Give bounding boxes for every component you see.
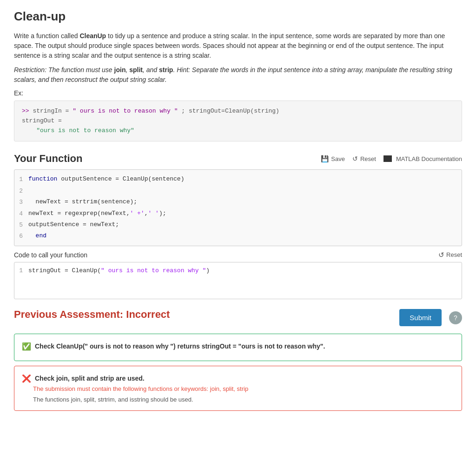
editor-line-6: 6 end bbox=[14, 230, 462, 242]
assessment-actions: Previous Assessment: Incorrect Submit ? bbox=[14, 309, 462, 327]
check-subtext-2: The submission must contain the followin… bbox=[33, 385, 454, 392]
toolbar: 💾 Save ↺ Reset MATLAB Documentation bbox=[321, 155, 462, 162]
editor-line-2: 2 bbox=[14, 185, 462, 196]
line-num-3: 3 bbox=[14, 196, 28, 208]
example-line3: "ours is not to reason why" bbox=[22, 126, 454, 136]
call-line-content: stringOut = CleanUp(" ours is not to rea… bbox=[28, 267, 210, 274]
code-call-label: Code to call your function bbox=[14, 251, 87, 259]
check-card-2: ❌ Check join, split and strip are used. … bbox=[14, 366, 462, 411]
line-num-2: 2 bbox=[14, 185, 28, 196]
matlab-docs-button[interactable]: MATLAB Documentation bbox=[383, 155, 462, 162]
line-num-5: 5 bbox=[14, 219, 28, 230]
restriction-and: , and bbox=[143, 66, 159, 74]
restriction-strip: strip bbox=[159, 66, 173, 74]
check-header-1: ✅ Check CleanUp(" ours is not to reason … bbox=[22, 342, 454, 351]
restriction-join: join bbox=[114, 66, 126, 74]
reset-label: Reset bbox=[360, 155, 376, 162]
line-content-5: outputSentence = newText; bbox=[28, 219, 462, 230]
line-content-3: newText = strtrim(sentence); bbox=[28, 196, 462, 208]
ex-label: Ex: bbox=[14, 89, 462, 97]
reset-icon: ↺ bbox=[352, 155, 358, 162]
call-line-1: 1 stringOut = CleanUp(" ours is not to r… bbox=[14, 267, 462, 274]
description-bold: CleanUp bbox=[79, 32, 106, 40]
check-text-1: Check CleanUp(" ours is not to reason wh… bbox=[35, 342, 325, 351]
function-editor[interactable]: 1 function outputSentence = CleanUp(sent… bbox=[14, 169, 462, 246]
restriction-prefix: Restriction: bbox=[14, 66, 46, 74]
reset-call-button[interactable]: ↺ Reset bbox=[438, 251, 462, 259]
description-paragraph: Write a function called CleanUp to tidy … bbox=[14, 31, 462, 60]
call-code-block[interactable]: 1 stringOut = CleanUp(" ours is not to r… bbox=[14, 262, 462, 299]
example-line1: >> stringIn = " ours is not to reason wh… bbox=[22, 107, 454, 116]
code-call-header: Code to call your function ↺ Reset bbox=[14, 251, 462, 259]
matlab-icon bbox=[383, 155, 392, 162]
editor-line-3: 3 newText = strtrim(sentence); bbox=[14, 196, 462, 208]
line-num-4: 4 bbox=[14, 208, 28, 219]
editor-line-1: 1 function outputSentence = CleanUp(sent… bbox=[14, 174, 462, 185]
your-function-header: Your Function 💾 Save ↺ Reset MATLAB Docu… bbox=[14, 153, 462, 165]
restriction-text: The function must use bbox=[46, 66, 114, 74]
line-content-6: end bbox=[28, 230, 462, 242]
submit-area: Submit ? bbox=[399, 309, 462, 326]
save-button[interactable]: 💾 Save bbox=[321, 155, 345, 162]
reset-call-icon: ↺ bbox=[438, 251, 444, 259]
submit-button[interactable]: Submit bbox=[399, 309, 442, 326]
check-note-2: The functions join, split, strtrim, and … bbox=[33, 396, 454, 403]
line-content-4: newText = regexprep(newText,' +',' '); bbox=[28, 208, 462, 219]
prev-assessment-title: Previous Assessment: Incorrect bbox=[14, 309, 170, 321]
help-button[interactable]: ? bbox=[449, 311, 462, 324]
check-header-2: ❌ Check join, split and strip are used. bbox=[22, 374, 454, 383]
editor-line-4: 4 newText = regexprep(newText,' +',' '); bbox=[14, 208, 462, 219]
line-num-6: 6 bbox=[14, 230, 28, 242]
line-content-1: function outputSentence = CleanUp(senten… bbox=[28, 174, 462, 185]
check-success-icon: ✅ bbox=[22, 342, 31, 351]
line-num-1: 1 bbox=[14, 174, 28, 185]
reset-function-button[interactable]: ↺ Reset bbox=[352, 155, 376, 162]
line-content-2 bbox=[28, 185, 462, 196]
restriction-paragraph: Restriction: The function must use join,… bbox=[14, 65, 462, 85]
check-error-icon: ❌ bbox=[22, 374, 31, 383]
save-label: Save bbox=[331, 155, 345, 162]
example-line2: stringOut = bbox=[22, 116, 454, 126]
call-line-num: 1 bbox=[14, 267, 28, 274]
reset-call-label: Reset bbox=[446, 251, 462, 258]
page-title: Clean-up bbox=[14, 9, 462, 24]
check-title-2: Check join, split and strip are used. bbox=[35, 374, 145, 383]
example-code-block: >> stringIn = " ours is not to reason wh… bbox=[14, 101, 462, 141]
your-function-title: Your Function bbox=[14, 153, 82, 165]
editor-lines: 1 function outputSentence = CleanUp(sent… bbox=[14, 170, 462, 245]
save-icon: 💾 bbox=[321, 155, 329, 162]
editor-line-5: 5 outputSentence = newText; bbox=[14, 219, 462, 230]
check-card-1: ✅ Check CleanUp(" ours is not to reason … bbox=[14, 334, 462, 361]
description-text1: Write a function called bbox=[14, 32, 79, 40]
restriction-split: split bbox=[129, 66, 143, 74]
matlab-label: MATLAB Documentation bbox=[396, 155, 462, 162]
